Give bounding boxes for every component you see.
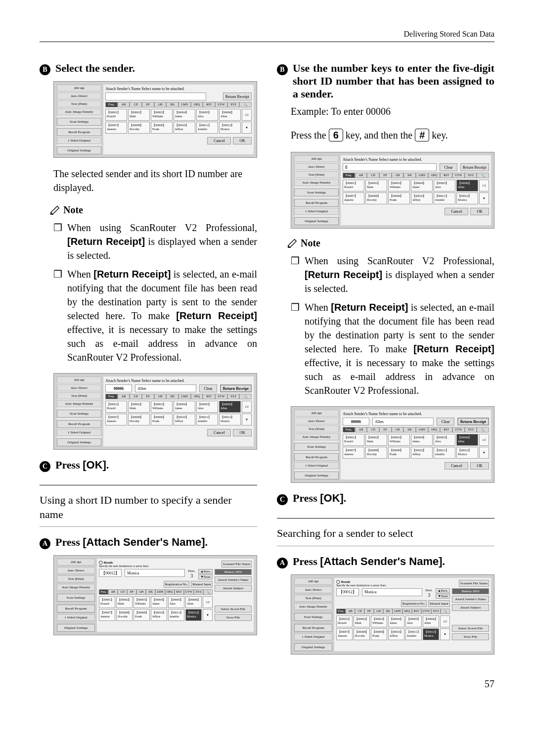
tab-ijk[interactable]: IJK [146,589,155,595]
sender-cell[interactable]: 【00001】Donald [343,434,364,446]
sender-cell[interactable]: 【00007】Annette [343,192,364,204]
cancel-button[interactable]: Cancel [445,208,468,215]
sender-cell[interactable]: 【00008】Dorothy [365,447,387,459]
sender-cell[interactable]: 【00001】Donald [105,401,127,413]
tab-lmn[interactable]: LMN [178,394,191,399]
sender-cell[interactable]: 【00012】Monica [219,414,241,425]
tab-xyz[interactable]: XYZ [465,173,477,178]
manual-input-button[interactable]: Manual Input [428,600,450,607]
scan-settings-button[interactable]: Scan Settings [57,594,95,602]
dest-cell[interactable]: 【00002】Mark [354,615,370,627]
scroll-down[interactable]: ▼ [203,609,213,621]
sender-cell[interactable]: 【00011】Jennifer [434,447,455,459]
tab-ef[interactable]: EF [379,173,392,178]
tab-rst[interactable]: RST [440,173,452,178]
sender-cell[interactable]: 【00006】Allen [219,109,241,121]
sender-cell[interactable]: 【00011】Jennifer [196,122,218,134]
sender-cell[interactable]: 【00009】Frank [151,122,173,134]
dest-cell[interactable]: 【00009】Frank [134,609,150,621]
scan-settings-button[interactable]: Scan Settings [57,410,101,418]
tab-ab[interactable]: AB [346,609,355,614]
select-stored-button[interactable]: Select Stored File [452,625,489,632]
scan-settings-button[interactable]: Scan Settings [294,189,339,196]
tab-gh[interactable]: GH [392,173,404,178]
regno-button[interactable]: Registration No. [164,581,189,588]
tab-uvw[interactable]: UVW [215,394,227,399]
tab-lmn[interactable]: LMN [178,102,191,107]
tab-cd[interactable]: CD [118,589,127,595]
sender-cell[interactable]: 【00011】Jennifer [434,192,455,204]
regno-button[interactable]: Registration No. [401,600,427,607]
sender-cell[interactable]: 【00005】Alex [196,109,218,121]
recall-program-button[interactable]: Recall Program [57,420,101,428]
tab-ijk[interactable]: IJK [166,394,178,399]
tab-ab[interactable]: AB [108,589,118,595]
tab-gh[interactable]: GH [136,589,146,595]
scan-settings-button[interactable]: Scan Settings [294,613,332,621]
tab-gh[interactable]: GH [154,102,167,107]
dest-cell[interactable]: 【00007】Annette [99,609,115,621]
next-button[interactable]: ▼Next [436,594,450,599]
ok-button[interactable]: OK [233,137,252,144]
sender-cell-selected[interactable]: 【00006】Allen [456,180,478,191]
store-file-button[interactable]: Store File [215,614,252,621]
tab-ab[interactable]: AB [355,427,367,432]
ok-button[interactable]: OK [470,462,489,470]
tab-xyz[interactable]: XYZ [194,589,203,595]
attach-sender-button[interactable]: Attach Sender's Name [452,596,489,603]
sender-cell-selected[interactable]: 【00006】Allen [456,434,478,446]
sender-cell[interactable]: 【00009】Frank [388,192,410,204]
tab-freq[interactable]: Freq. [336,609,346,614]
original-settings-button[interactable]: Original Settings [57,624,95,632]
tab-lmn[interactable]: LMN [416,427,428,432]
return-receipt-button[interactable]: Return Receipt [457,418,489,425]
scroll-down[interactable]: ▼ [242,122,252,134]
return-receipt-button[interactable]: Return Receipt [460,163,489,171]
dest-cell[interactable]: 【00002】Mark [116,596,133,608]
dest-cell[interactable]: 【00011】Jennifer [168,609,184,621]
tab-opq[interactable]: OPQ [191,394,203,399]
sender-cell[interactable]: 【00002】Mark [128,401,150,413]
tab-lmn[interactable]: LMN [155,589,165,595]
dest-cell[interactable]: 【00010】Jeffrey [388,628,404,640]
scroll-down[interactable]: ▼ [242,414,252,425]
sender-cell[interactable]: 【00010】Jeffrey [411,447,433,459]
id-input[interactable]: 6 [343,163,437,171]
tab-cd[interactable]: CD [367,173,379,178]
prev-button[interactable]: ▲Prev. [436,588,450,593]
tab-rst[interactable]: RST [440,427,452,432]
tab-opq[interactable]: OPQ [191,102,203,107]
tab-ijk[interactable]: IJK [383,609,393,614]
tab-gh[interactable]: GH [374,609,383,614]
tab-freq[interactable]: Freq. [105,394,118,399]
tab-opq[interactable]: OPQ [428,427,441,432]
tab-ab[interactable]: AB [118,394,130,399]
sender-cell[interactable]: 【00004】James [174,401,195,413]
tab-cd[interactable]: CD [355,609,364,614]
sender-cell[interactable]: 【00009】Frank [388,447,410,459]
sender-cell[interactable]: 【00008】Dorothy [365,192,387,204]
tab-ijk[interactable]: IJK [403,427,416,432]
dest-cell[interactable]: 【00005】Alex [405,615,422,627]
recall-program-button[interactable]: Recall Program [294,199,339,207]
select-stored-button[interactable]: Select Stored File [215,606,252,613]
tab-ef[interactable]: EF [127,589,136,595]
tab-cd[interactable]: CD [367,427,379,432]
tab-opq[interactable]: OPQ [428,173,441,178]
dest-cell[interactable]: 【00003】Williams [134,596,150,608]
search-icon[interactable]: 🔍 [477,427,489,432]
tab-freq[interactable]: Freq. [343,173,355,178]
sender-cell[interactable]: 【00003】Williams [151,401,173,413]
tab-freq[interactable]: Freq. [99,589,108,595]
sender-cell[interactable]: 【00008】Dorothy [128,414,150,425]
return-receipt-button[interactable]: Return Receipt [223,93,252,100]
tab-uvw[interactable]: UVW [184,589,194,595]
sender-cell[interactable]: 【00007】Annette [343,447,364,459]
scroll-down[interactable]: ▼ [440,628,450,640]
tab-ijk[interactable]: IJK [166,102,178,107]
tab-rst[interactable]: RST [175,589,184,595]
dest-cell[interactable]: 【00011】Jennifer [405,628,422,640]
tab-uvw[interactable]: UVW [421,609,431,614]
search-icon[interactable]: 🔍 [477,173,489,178]
original-settings-button[interactable]: Original Settings [294,643,332,651]
